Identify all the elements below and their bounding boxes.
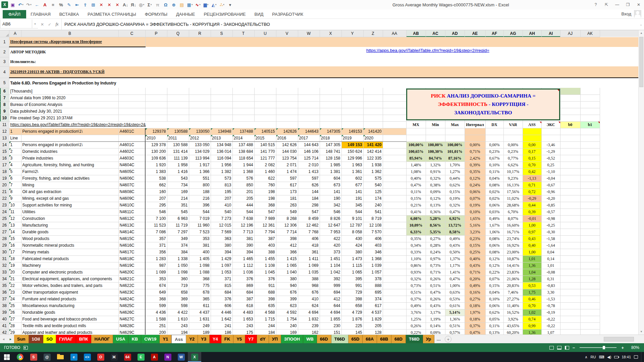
column-header[interactable]: AK <box>580 30 600 37</box>
cell[interactable] <box>560 316 580 322</box>
value-cell[interactable]: 8 719 <box>363 215 383 222</box>
cell[interactable] <box>580 229 600 235</box>
stat-cell[interactable]: 6,62% <box>503 162 523 168</box>
ribbon-tab-рецензирование[interactable]: РЕЦЕНЗИРОВАНИЕ <box>199 10 250 18</box>
line-number[interactable]: 19 <box>9 262 21 269</box>
stat-cell[interactable]: 1,00% <box>445 282 465 289</box>
column-header[interactable]: AE <box>465 30 485 37</box>
word-icon[interactable]: W <box>174 352 188 362</box>
industry-label[interactable]: Other transportation equipment <box>21 289 118 296</box>
zoom-slider[interactable] <box>580 347 616 348</box>
line-number[interactable]: 5 <box>9 168 21 175</box>
stat-cell[interactable]: 0,67% <box>485 155 503 162</box>
value-cell[interactable]: 295 <box>145 202 167 208</box>
value-cell[interactable]: 1 383 <box>145 168 167 175</box>
year-header[interactable]: 2018 <box>320 135 341 141</box>
stat-cell[interactable]: 60,20% <box>503 329 523 335</box>
value-cell[interactable]: 133 050 <box>189 141 211 148</box>
value-cell[interactable]: 146 106 <box>298 148 320 155</box>
value-cell[interactable]: 7 569 <box>211 229 232 235</box>
series-code[interactable]: N4612C <box>118 215 145 222</box>
stats-header-dx[interactable]: DX <box>485 121 503 128</box>
stat-cell[interactable]: 0,08% <box>485 249 503 255</box>
value-cell[interactable]: 7 794 <box>254 229 276 235</box>
stat-cell[interactable]: 3,76% <box>406 309 426 316</box>
stat-cell[interactable]: -0,20 <box>541 195 560 202</box>
stat-cell[interactable]: 0,31 <box>541 276 560 282</box>
cancel-button[interactable]: ✕ <box>39 22 46 27</box>
value-cell[interactable]: 4 437 <box>189 309 211 316</box>
value-cell[interactable]: 1 283 <box>145 255 167 262</box>
cell[interactable]: 133050 <box>189 128 211 135</box>
stat-cell[interactable]: 0,97% <box>426 255 445 262</box>
line-number[interactable]: 9 <box>9 195 21 202</box>
stat-cell[interactable]: 87,16% <box>445 155 465 162</box>
value-cell[interactable]: 4 446 <box>211 309 232 316</box>
cell[interactable] <box>118 135 145 141</box>
value-cell[interactable]: 189 <box>189 329 211 335</box>
cell[interactable] <box>320 101 341 108</box>
value-cell[interactable]: 635 <box>254 302 276 309</box>
stat-cell[interactable]: 3,30 <box>541 289 560 296</box>
series-code[interactable]: N4611C <box>118 208 145 215</box>
stat-cell[interactable]: 14,41% <box>503 262 523 269</box>
industry-label[interactable]: Miscellaneous manufacturing <box>21 302 118 309</box>
value-cell[interactable]: 4 537 <box>363 309 383 316</box>
stat-cell[interactable]: 0,72 <box>523 188 541 195</box>
stat-cell[interactable]: 10,87% <box>503 255 523 262</box>
value-cell[interactable]: 813 <box>211 182 232 188</box>
line-label[interactable]: Line <box>9 135 21 141</box>
stats-header-экс[interactable]: ЭКС <box>541 121 560 128</box>
stat-cell[interactable]: 0,43 <box>523 235 541 242</box>
value-cell[interactable]: 544 <box>232 208 254 215</box>
industry-label[interactable]: Wood products <box>21 235 118 242</box>
horizontal-scroll-thumb[interactable] <box>604 337 634 342</box>
value-cell[interactable]: 597 <box>298 175 320 182</box>
value-cell[interactable]: 6 963 <box>167 215 189 222</box>
percent-style-button[interactable]: % <box>57 1 65 9</box>
stat-cell[interactable]: 17,56% <box>503 188 523 195</box>
stat-cell[interactable]: 0,41% <box>406 208 426 215</box>
value-cell[interactable]: 412 <box>276 242 298 249</box>
cell[interactable] <box>341 108 363 115</box>
row-header[interactable]: 19 <box>0 175 9 182</box>
cell[interactable] <box>383 175 406 182</box>
industry-label[interactable]: Nonmetallic mineral products <box>21 242 118 249</box>
cell[interactable] <box>341 101 363 108</box>
value-cell[interactable]: 7 713 <box>232 229 254 235</box>
line-number[interactable]: 27 <box>9 316 21 322</box>
value-cell[interactable]: 1 474 <box>276 168 298 175</box>
stat-cell[interactable]: -1,29 <box>541 148 560 155</box>
value-cell[interactable]: 644 <box>320 302 341 309</box>
stat-cell[interactable]: 0,99 <box>523 322 541 329</box>
sheet-tab-Ур[interactable]: Ур <box>423 335 435 343</box>
cell[interactable] <box>189 95 211 101</box>
cell[interactable] <box>560 208 580 215</box>
value-cell[interactable]: 544 <box>189 208 211 215</box>
touch-keyboard-icon[interactable]: ⌨ <box>599 355 604 359</box>
cell[interactable] <box>383 222 406 229</box>
stat-cell[interactable]: 1,00 <box>523 249 541 255</box>
scroll-up-arrow[interactable]: ▲ <box>639 30 644 36</box>
cell[interactable] <box>580 141 600 148</box>
acrobat-icon[interactable]: A <box>148 352 161 362</box>
row-header[interactable]: 8 <box>0 101 9 108</box>
cell[interactable] <box>580 182 600 188</box>
chrome-icon[interactable] <box>13 352 27 362</box>
stat-cell[interactable]: 0,25 <box>541 162 560 168</box>
value-cell[interactable]: 381 <box>189 242 211 249</box>
cell[interactable] <box>189 88 211 95</box>
line-number[interactable]: 29 <box>9 329 21 335</box>
cell[interactable] <box>580 309 600 316</box>
stat-cell[interactable]: 5,16% <box>465 222 485 229</box>
cell[interactable] <box>485 128 503 135</box>
cell[interactable] <box>232 108 254 115</box>
language-indicator[interactable]: RU <box>591 355 596 359</box>
onenote-icon[interactable]: N <box>161 352 174 362</box>
file-explorer-icon[interactable] <box>54 352 67 362</box>
font-color-button[interactable]: A <box>41 1 49 9</box>
stat-cell[interactable]: 0,03% <box>485 208 503 215</box>
stat-cell[interactable]: 0,73% <box>426 262 445 269</box>
value-cell[interactable]: 1 963 <box>341 162 363 168</box>
value-cell[interactable]: 4 483 <box>232 309 254 316</box>
